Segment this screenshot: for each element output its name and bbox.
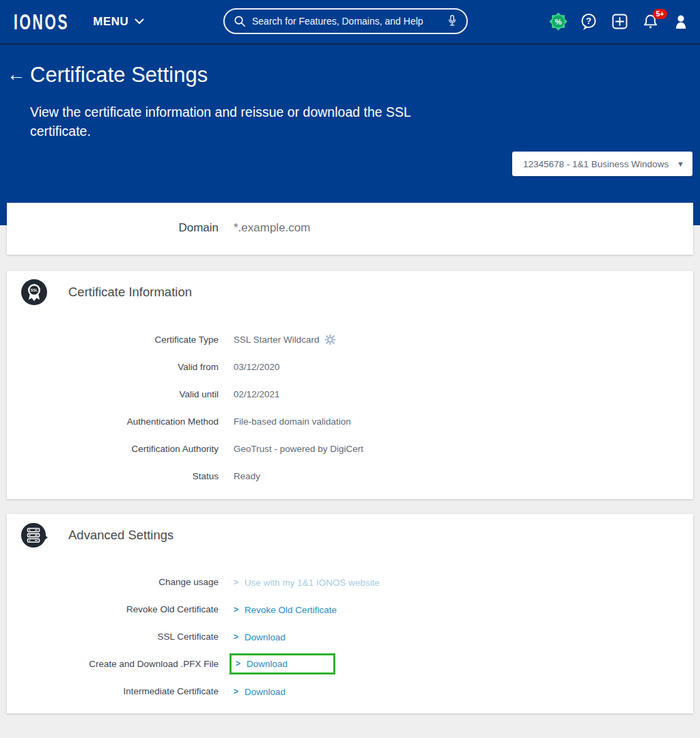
domain-card: Domain *.example.com: [7, 203, 693, 255]
row-label: Intermediate Certificate: [7, 686, 219, 696]
back-arrow-icon[interactable]: ←: [7, 66, 25, 84]
ssl-certificate-badge-icon: SSL: [20, 279, 48, 306]
field-value: 03/12/2020: [234, 362, 693, 372]
link-label: Download: [247, 659, 288, 669]
link-label: Download: [244, 687, 285, 697]
advanced-settings-header: Advanced Settings: [20, 522, 173, 549]
intermediate-certificate-download-link[interactable]: > Download: [234, 687, 285, 697]
domain-value: *.example.com: [234, 221, 693, 235]
menu-label: MENU: [93, 15, 128, 29]
server-settings-icon: [20, 522, 48, 549]
field-label: Certification Authority: [7, 444, 219, 454]
svg-text:SSL: SSL: [31, 288, 38, 292]
microphone-icon[interactable]: [446, 13, 458, 29]
row-label: SSL Certificate: [7, 631, 219, 642]
field-row-valid-from: Valid from 03/12/2020: [7, 353, 693, 380]
revoke-old-certificate-link[interactable]: > Revoke Old Certificate: [234, 605, 337, 615]
ssl-certificate-download-link[interactable]: > Download: [234, 632, 285, 642]
field-value: File-based domain validation: [234, 416, 693, 427]
deals-icon[interactable]: %: [548, 12, 568, 31]
certificate-fields: Certificate Type SSL Starter Wildcard: [7, 326, 693, 489]
field-value: 02/12/2021: [234, 389, 693, 399]
link-wrap: > Use with my 1&1 IONOS website: [234, 578, 380, 588]
row-ssl-certificate: SSL Certificate > Download: [7, 623, 693, 650]
domain-label: Domain: [7, 221, 219, 235]
link-chevron-icon: >: [234, 605, 238, 614]
topbar-icon-group: % ?: [548, 0, 690, 43]
row-label: Revoke Old Certificate: [7, 604, 219, 614]
field-label: Certificate Type: [7, 335, 219, 345]
link-wrap: > Revoke Old Certificate: [234, 605, 337, 615]
link-chevron-icon: >: [234, 632, 238, 642]
link-chevron-icon: >: [234, 578, 238, 587]
notification-count-badge: 5+: [653, 9, 667, 20]
row-intermediate-certificate: Intermediate Certificate > Download: [7, 677, 693, 705]
field-row-authentication-method: Authentication Method File-based domain …: [7, 408, 693, 435]
gear-icon[interactable]: [325, 335, 335, 345]
link-label: Revoke Old Certificate: [244, 605, 337, 615]
user-account-icon[interactable]: [671, 12, 690, 31]
row-create-download-pfx: Create and Download .PFX File > Download: [7, 650, 693, 677]
contract-select-dropdown[interactable]: 12345678 - 1&1 Business Windows ▼: [512, 152, 692, 176]
page-description: View the certificate information and rei…: [30, 102, 474, 141]
link-label: Use with my 1&1 IONOS website: [244, 578, 380, 588]
advanced-settings-card: Advanced Settings Change usage > Use wit…: [7, 514, 693, 713]
link-wrap: > Download: [234, 632, 285, 642]
row-change-usage: Change usage > Use with my 1&1 IONOS web…: [7, 568, 693, 595]
certificate-type-value: SSL Starter Wildcard: [234, 335, 320, 345]
field-value: Ready: [234, 471, 693, 481]
add-icon[interactable]: [610, 12, 629, 31]
chevron-down-icon: [135, 18, 144, 25]
field-row-certification-authority: Certification Authority GeoTrust - power…: [7, 435, 693, 462]
svg-text:%: %: [555, 18, 561, 26]
field-row-status: Status Ready: [7, 462, 693, 489]
field-row-certificate-type: Certificate Type SSL Starter Wildcard: [7, 326, 693, 353]
contract-select-value: 12345678 - 1&1 Business Windows: [523, 159, 677, 169]
field-label: Status: [7, 471, 219, 481]
advanced-settings-title: Advanced Settings: [68, 528, 173, 543]
field-label: Valid until: [7, 389, 219, 399]
search-input[interactable]: [252, 16, 446, 27]
svg-text:?: ?: [586, 16, 591, 26]
field-value: GeoTrust - powered by DigiCert: [234, 444, 693, 454]
pfx-download-link[interactable]: > Download: [236, 659, 288, 669]
help-icon[interactable]: ?: [579, 12, 598, 31]
advanced-settings-rows: Change usage > Use with my 1&1 IONOS web…: [7, 568, 693, 705]
page: IONOS MENU: [0, 0, 700, 738]
dropdown-caret-icon: ▼: [677, 160, 684, 168]
certificate-information-header: SSL Certificate Information: [20, 279, 192, 306]
highlighted-link-box: > Download: [229, 653, 335, 675]
link-label: Download: [244, 632, 285, 642]
field-label: Valid from: [7, 362, 219, 372]
topbar-inner: IONOS MENU: [0, 0, 700, 43]
domain-row: Domain *.example.com: [7, 203, 693, 235]
use-with-website-link[interactable]: > Use with my 1&1 IONOS website: [234, 578, 380, 588]
top-navigation-bar: IONOS MENU: [0, 0, 700, 45]
page-title: Certificate Settings: [30, 63, 208, 87]
field-label: Authentication Method: [7, 416, 219, 427]
ionos-logo[interactable]: IONOS: [14, 9, 69, 34]
certificate-information-title: Certificate Information: [68, 285, 192, 300]
search-icon: [233, 14, 247, 28]
row-label: Create and Download .PFX File: [7, 659, 219, 669]
row-revoke-old-certificate: Revoke Old Certificate > Revoke Old Cert…: [7, 595, 693, 623]
page-header: ← Certificate Settings View the certific…: [0, 45, 700, 225]
certificate-information-card: SSL Certificate Information Certificate …: [7, 271, 693, 499]
search-bar[interactable]: [223, 8, 468, 34]
link-chevron-icon: >: [236, 659, 240, 668]
notifications-bell-icon[interactable]: 5+: [641, 12, 660, 31]
row-label: Change usage: [7, 577, 219, 587]
field-value: SSL Starter Wildcard: [234, 335, 693, 345]
menu-button[interactable]: MENU: [93, 15, 144, 29]
link-wrap: > Download: [234, 687, 285, 697]
field-row-valid-until: Valid until 02/12/2021: [7, 380, 693, 408]
link-chevron-icon: >: [234, 687, 238, 696]
